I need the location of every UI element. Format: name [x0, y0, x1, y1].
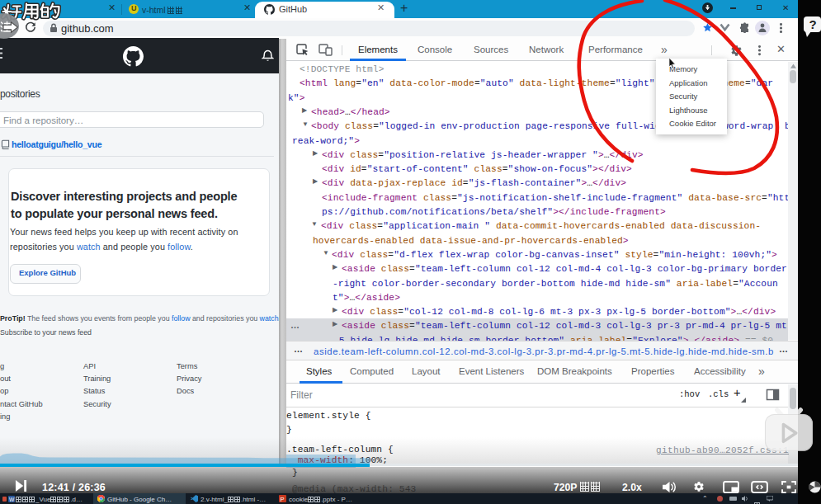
- svg-text:P: P: [281, 496, 285, 503]
- svg-text:W: W: [9, 496, 15, 502]
